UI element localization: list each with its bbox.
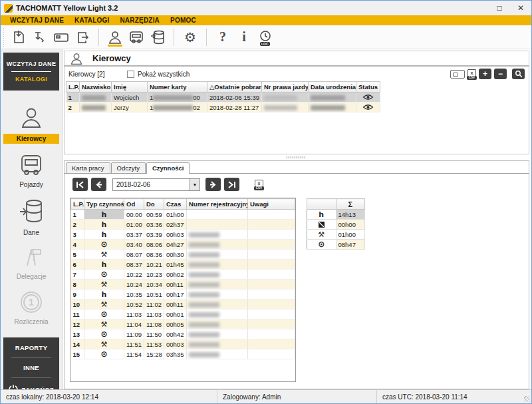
summary-type <box>307 220 336 230</box>
sidebar-item-delegacje[interactable]: Delegacje <box>1 246 62 281</box>
tachograph-status-icon[interactable] <box>362 104 374 110</box>
info-icon[interactable]: i <box>233 27 255 47</box>
activity-notes <box>248 270 295 280</box>
activity-row[interactable]: 8⚒10:2410:3400h11 <box>71 280 295 290</box>
sidebar-item-kierowcy[interactable]: Kierowcy <box>1 104 62 144</box>
activity-reg-number <box>187 319 248 329</box>
column-header[interactable]: Uwagi <box>248 199 295 210</box>
activity-type: ⊙ <box>84 240 124 250</box>
activity-row[interactable]: 2h01:0003:3602h37 <box>71 220 295 230</box>
activity-type: ⚒ <box>84 339 124 349</box>
activity-row[interactable]: 6h08:3710:2101h45 <box>71 260 295 270</box>
column-header[interactable]: Nazwisko <box>80 82 112 93</box>
column-header[interactable]: △Ostatnie pobranie <box>207 82 262 93</box>
column-header[interactable]: Numer karty <box>148 82 207 93</box>
activity-start: 11:04 <box>124 319 144 329</box>
column-header[interactable]: L.P. <box>71 199 84 210</box>
work-icon: ⚒ <box>101 340 108 348</box>
sidebar-katalogi[interactable]: KATALOGI <box>3 73 59 86</box>
sidebar-item-pojazdy[interactable]: Pojazdy <box>1 152 62 189</box>
activity-row[interactable]: 13⊙11:0911:5000h42 <box>71 329 295 339</box>
activity-duration: 02h37 <box>164 220 187 230</box>
redacted-text <box>82 95 106 101</box>
export-csv-icon[interactable]: xCSV <box>255 180 263 190</box>
first-day-button[interactable] <box>72 178 88 191</box>
card-icon[interactable] <box>51 27 72 47</box>
driver-row[interactable]: 2Jerzy1022018-02-28 11:27 <box>66 102 380 112</box>
pane-splitter[interactable] <box>64 154 529 160</box>
menu-narzedzia[interactable]: NARZĘDZIA <box>114 17 165 24</box>
menu-katalogi[interactable]: KATALOGI <box>69 17 114 24</box>
menu-pomoc[interactable]: POMOC <box>165 17 201 24</box>
tab-karta-pracy[interactable]: Karta pracy <box>66 162 110 173</box>
drivers-icon[interactable] <box>104 27 126 47</box>
activity-row[interactable]: 10⚒10:5211:0200h11 <box>71 300 295 309</box>
date-select[interactable]: 2018-02-06 ▼ <box>112 178 200 191</box>
last-day-button[interactable] <box>224 178 239 191</box>
help-icon[interactable]: ? <box>212 27 233 47</box>
card-view-icon[interactable] <box>450 70 465 79</box>
time-loc-icon[interactable]: LOC <box>255 27 276 47</box>
export-icon[interactable] <box>72 27 93 47</box>
activity-reg-number <box>187 250 248 260</box>
menu-wczytaj-dane[interactable]: WCZYTAJ DANE <box>5 17 69 24</box>
close-button[interactable]: ✕ <box>510 1 531 15</box>
remove-driver-button[interactable]: − <box>494 69 507 79</box>
tab-czynnosci[interactable]: Czynności <box>146 162 190 174</box>
activity-row[interactable]: 1h00:0000:5901h00 <box>71 210 295 220</box>
sidebar-wczytaj-dane[interactable]: WCZYTAJ DANE <box>3 57 59 71</box>
drive-icon: ⊙ <box>100 309 107 319</box>
activity-start: 10:22 <box>124 270 144 280</box>
resize-grip[interactable] <box>524 396 530 402</box>
sidebar-inne[interactable]: INNE <box>3 359 59 377</box>
activity-row[interactable]: 7⊙10:2210:2300h02 <box>71 270 295 280</box>
activity-lp: 2 <box>71 220 84 230</box>
maximize-button[interactable]: □ <box>489 1 510 15</box>
activity-start: 08:37 <box>124 260 144 270</box>
column-header[interactable]: Data urodzenia <box>309 82 356 93</box>
export-csv-icon[interactable]: xCSV <box>467 69 476 79</box>
column-header[interactable]: L.P. <box>66 82 80 93</box>
sidebar-raporty[interactable]: RAPORTY <box>3 339 59 357</box>
column-header[interactable]: Nr prawa jazdy <box>262 82 309 93</box>
activity-row[interactable]: 4⊙03:4008:0604h27 <box>71 240 295 250</box>
column-header[interactable]: Do <box>144 199 164 210</box>
activity-row[interactable]: 11⊙11:0311:0300h01 <box>71 309 295 319</box>
column-header[interactable]: Od <box>124 199 144 210</box>
settings-gear-icon[interactable]: ⚙ <box>180 27 201 47</box>
driver-row[interactable]: 1Wojciech1002018-02-06 15:39 <box>66 93 380 102</box>
driver-status <box>356 93 380 102</box>
column-header[interactable]: Typ czynności <box>84 199 124 210</box>
summary-row: 00h00 <box>307 220 365 230</box>
toolbar-grip[interactable] <box>2 28 5 47</box>
tab-odczyty[interactable]: Odczyty <box>111 162 146 173</box>
sidebar-item-dane[interactable]: Dane <box>1 198 62 237</box>
show-all-checkbox[interactable] <box>127 71 134 78</box>
vehicles-icon[interactable] <box>126 27 147 47</box>
next-day-button[interactable] <box>205 178 221 191</box>
load-file-icon[interactable] <box>8 27 29 47</box>
driver-card-number: 102 <box>148 102 207 112</box>
sidebar-item-rozliczenia[interactable]: 1 Rozliczenia <box>1 290 62 326</box>
tachograph-status-icon[interactable] <box>362 94 374 101</box>
activity-start: 01:00 <box>124 220 144 230</box>
prev-day-button[interactable] <box>91 178 106 191</box>
activity-row[interactable]: 15⊙11:5415:2803h35 <box>71 349 295 359</box>
column-header[interactable]: Numer rejestracyjny <box>187 199 248 210</box>
main-content: Kierowcy Kierowcy [2] Pokaż wszystkich x… <box>63 49 531 389</box>
activity-row[interactable]: 5⚒08:0708:3600h30 <box>71 250 295 260</box>
chevron-down-icon[interactable]: ▼ <box>190 179 200 190</box>
activity-row[interactable]: 3h03:3703:3900h03 <box>71 230 295 240</box>
column-header[interactable]: Imię <box>112 82 148 93</box>
activity-row[interactable]: 12⚒11:0411:0800h05 <box>71 319 295 329</box>
column-header[interactable]: Czas <box>164 199 187 210</box>
add-driver-button[interactable]: + <box>479 69 491 79</box>
redacted-text <box>311 105 345 110</box>
download-card-icon[interactable] <box>29 27 51 47</box>
activity-lp: 11 <box>71 309 84 319</box>
activity-row[interactable]: 9h10:3510:5100h17 <box>71 290 295 300</box>
search-button[interactable] <box>512 69 525 79</box>
data-icon[interactable] <box>147 27 168 47</box>
column-header[interactable]: Status <box>356 82 380 93</box>
activity-row[interactable]: 14⚒11:5111:5300h03 <box>71 339 295 349</box>
